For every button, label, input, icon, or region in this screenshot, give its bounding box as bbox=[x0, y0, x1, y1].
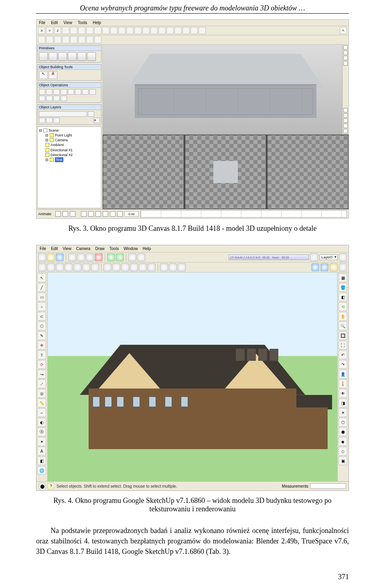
go-start-button[interactable] bbox=[81, 211, 87, 217]
style-hidden-icon[interactable] bbox=[112, 263, 120, 271]
toolbar-button[interactable] bbox=[70, 27, 77, 34]
layer-select[interactable] bbox=[39, 111, 87, 117]
op-button[interactable] bbox=[75, 89, 81, 95]
tree-item[interactable]: Ambient bbox=[51, 142, 64, 147]
view-left-icon[interactable] bbox=[82, 263, 90, 271]
toolbar-button[interactable] bbox=[54, 36, 61, 43]
op-button[interactable] bbox=[82, 89, 89, 95]
toolbar-button[interactable] bbox=[94, 36, 101, 43]
zoom-extents-icon[interactable]: ⛶ bbox=[338, 341, 347, 350]
layer-button[interactable] bbox=[88, 111, 94, 117]
paste-icon[interactable] bbox=[86, 253, 94, 261]
layer-button[interactable] bbox=[39, 118, 45, 123]
paint-tool-icon[interactable]: 🪣 bbox=[338, 283, 347, 292]
op-button[interactable] bbox=[61, 96, 67, 101]
toolbar-button[interactable] bbox=[199, 27, 206, 34]
mini-button[interactable] bbox=[343, 56, 348, 60]
timeline[interactable] bbox=[140, 210, 347, 218]
move-tool-icon[interactable]: ✥ bbox=[37, 341, 46, 350]
toolbar-button[interactable] bbox=[38, 36, 45, 43]
person-icon[interactable] bbox=[339, 263, 347, 271]
loop-button[interactable] bbox=[117, 211, 123, 217]
mini-button[interactable] bbox=[343, 51, 348, 55]
layer-button[interactable]: + bbox=[93, 118, 100, 123]
delete-icon[interactable] bbox=[95, 253, 103, 261]
view-right-icon[interactable] bbox=[65, 263, 73, 271]
op-button[interactable] bbox=[89, 89, 96, 95]
redo-icon[interactable] bbox=[116, 253, 124, 261]
position-camera-icon[interactable]: 👤 bbox=[338, 370, 347, 378]
toolbar-button[interactable] bbox=[134, 27, 142, 34]
rotate-tool-icon[interactable]: ⟳ bbox=[37, 360, 46, 369]
key-button[interactable] bbox=[63, 211, 68, 217]
primitive-cylinder-icon[interactable] bbox=[49, 52, 57, 61]
ortho-viewport[interactable] bbox=[185, 135, 266, 209]
toolbar-button[interactable] bbox=[70, 36, 77, 43]
google-earth-tool-icon[interactable]: 🌐 bbox=[37, 466, 46, 475]
style-shaded-icon[interactable] bbox=[121, 263, 129, 271]
toolbar-button[interactable] bbox=[86, 36, 93, 43]
misc-tool-icon[interactable]: ◆ bbox=[338, 437, 347, 446]
tree-item[interactable]: Directional #2 bbox=[51, 153, 73, 157]
dimension-tool-icon[interactable]: ↔ bbox=[37, 408, 46, 417]
toolbar-button[interactable] bbox=[142, 27, 150, 34]
toolbar-button[interactable] bbox=[166, 27, 174, 34]
cut-icon[interactable] bbox=[68, 253, 76, 261]
tree-item-selected[interactable]: Test bbox=[55, 157, 63, 162]
select-tool-icon[interactable]: ↖ bbox=[37, 273, 46, 282]
model-info-icon[interactable] bbox=[137, 253, 145, 261]
open-file-icon[interactable] bbox=[47, 253, 55, 261]
toggle-icon[interactable] bbox=[169, 263, 177, 271]
orbit-tool-icon[interactable]: ⟲ bbox=[338, 302, 347, 311]
go-end-button[interactable] bbox=[110, 211, 116, 217]
menu-view[interactable]: View bbox=[63, 246, 71, 251]
new-file-icon[interactable] bbox=[38, 253, 46, 261]
toggle-icon[interactable] bbox=[178, 263, 186, 271]
toolbar-button[interactable] bbox=[118, 27, 126, 34]
zoom-tool-icon[interactable]: 🔍 bbox=[338, 321, 347, 330]
play-button[interactable] bbox=[95, 211, 101, 217]
layer-button[interactable] bbox=[53, 118, 60, 123]
circle-tool-icon[interactable]: ○ bbox=[37, 302, 46, 311]
section-plane-icon[interactable]: ◨ bbox=[338, 399, 347, 407]
primitive-cone-icon[interactable] bbox=[77, 52, 86, 61]
misc-tool-icon[interactable]: ▣ bbox=[338, 456, 347, 465]
geo-icon[interactable]: ⬤ bbox=[39, 483, 45, 489]
toolbar-button[interactable] bbox=[94, 27, 101, 34]
rect-tool-icon[interactable]: ▭ bbox=[37, 293, 46, 301]
previous-view-icon[interactable]: ↶ bbox=[338, 350, 347, 359]
view-iso2-icon[interactable] bbox=[91, 263, 99, 271]
step-back-button[interactable] bbox=[88, 211, 94, 217]
zoom-window-icon[interactable]: 🔲 bbox=[338, 331, 347, 340]
copy-icon[interactable] bbox=[77, 253, 85, 261]
select-tool-icon[interactable]: ↖ bbox=[39, 71, 48, 79]
print-icon[interactable] bbox=[128, 253, 136, 261]
offset-tool-icon[interactable]: ◎ bbox=[37, 389, 46, 398]
misc-tool-icon[interactable]: ◇ bbox=[338, 447, 347, 456]
toolbar-button[interactable] bbox=[182, 27, 190, 34]
menu-help[interactable]: Help bbox=[143, 246, 151, 251]
tree-item[interactable]: Camera bbox=[55, 138, 68, 142]
shadow-toggle-icon[interactable]: ☀ bbox=[338, 408, 347, 417]
toolbar-button[interactable] bbox=[86, 27, 93, 34]
record-button[interactable] bbox=[55, 211, 61, 217]
toolbar-button[interactable] bbox=[158, 27, 166, 34]
mini-button[interactable] bbox=[343, 61, 348, 65]
perspective-viewport[interactable] bbox=[103, 45, 349, 135]
walk-tool-icon[interactable]: 🚶 bbox=[338, 379, 347, 388]
pushpull-tool-icon[interactable]: ⇧ bbox=[37, 350, 46, 359]
menu-tools[interactable]: Tools bbox=[78, 20, 87, 25]
protractor-tool-icon[interactable]: ◐ bbox=[37, 418, 46, 427]
op-button[interactable] bbox=[61, 89, 67, 95]
mini-button[interactable] bbox=[343, 45, 348, 50]
style-wire-icon[interactable] bbox=[103, 263, 111, 271]
misc-tool-icon[interactable]: ⬢ bbox=[338, 427, 347, 436]
shadow-time-slider[interactable]: J F M A M J J A S O N D 00:30 Noon 05:33 bbox=[229, 254, 309, 260]
sketchup-viewport[interactable] bbox=[48, 273, 337, 481]
arc-tool-icon[interactable]: ⊂ bbox=[37, 312, 46, 321]
primitive-cube-icon[interactable] bbox=[39, 52, 48, 61]
menu-edit[interactable]: Edit bbox=[51, 246, 58, 251]
toolbar-button[interactable] bbox=[174, 27, 182, 34]
toolbar-button[interactable] bbox=[150, 27, 158, 34]
toolbar-button[interactable] bbox=[78, 27, 85, 34]
